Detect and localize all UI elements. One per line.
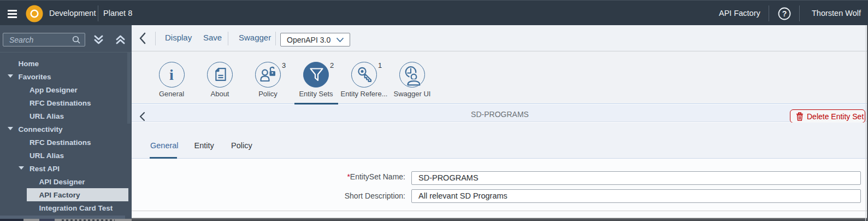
svg-text:?: ? xyxy=(782,9,787,18)
